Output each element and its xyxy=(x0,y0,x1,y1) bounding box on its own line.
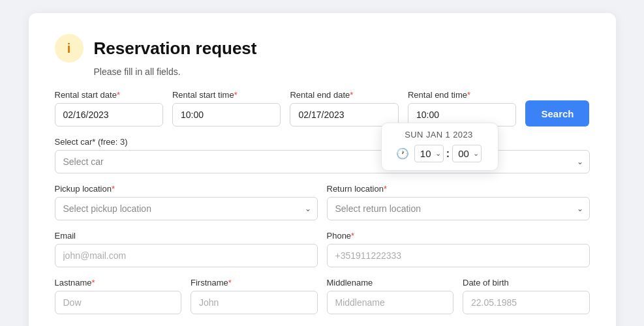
phone-group: Phone* xyxy=(327,231,590,267)
minute-select-wrapper: 00 xyxy=(452,145,482,162)
name-row: Lastname* Firstname* Middlename Date of … xyxy=(55,278,590,314)
minute-select[interactable]: 00 xyxy=(452,145,482,162)
clock-icon: 🕐 xyxy=(396,147,409,160)
select-car-wrapper: Select car ⌄ xyxy=(55,150,590,173)
rental-end-date-label: Rental end date* xyxy=(290,90,398,100)
subtitle: Please fill in all fields. xyxy=(94,67,590,77)
dob-label: Date of birth xyxy=(463,278,590,288)
dates-row: Rental start date* Rental start time* Re… xyxy=(55,90,590,126)
time-picker-popup: SUN JAN 1 2023 🕐 10 : 00 xyxy=(381,123,498,171)
location-row: Pickup location* Select pickup location … xyxy=(55,184,590,220)
time-popup-controls: 🕐 10 : 00 xyxy=(390,145,489,162)
select-car-dropdown[interactable]: Select car xyxy=(55,150,590,173)
middlename-label: Middlename xyxy=(327,278,454,288)
email-label: Email xyxy=(55,231,318,241)
middlename-input[interactable] xyxy=(327,291,454,314)
lastname-label: Lastname* xyxy=(55,278,182,288)
lastname-input[interactable] xyxy=(55,291,182,314)
phone-label: Phone* xyxy=(327,231,590,241)
firstname-group: Firstname* xyxy=(191,278,318,314)
pickup-location-label: Pickup location* xyxy=(55,184,318,194)
firstname-input[interactable] xyxy=(191,291,318,314)
dob-group: Date of birth xyxy=(463,278,590,314)
rental-start-time-label: Rental start time* xyxy=(172,90,281,100)
hour-select-wrapper: 10 xyxy=(414,145,444,162)
dob-input[interactable] xyxy=(463,291,590,314)
time-popup-header: SUN JAN 1 2023 xyxy=(390,130,489,140)
rental-start-date-label: Rental start date* xyxy=(55,90,163,100)
phone-input[interactable] xyxy=(327,244,590,267)
hour-select[interactable]: 10 xyxy=(414,145,444,162)
pickup-location-dropdown[interactable]: Select pickup location xyxy=(55,197,318,220)
rental-start-time-input[interactable] xyxy=(172,103,281,126)
return-location-group: Return location* Select return location … xyxy=(327,184,590,220)
search-button[interactable]: Search xyxy=(525,100,589,126)
email-group: Email xyxy=(55,231,318,267)
rental-start-time-group: Rental start time* xyxy=(172,90,281,126)
rental-end-time-group: Rental end time* xyxy=(408,90,516,126)
rental-start-date-group: Rental start date* xyxy=(55,90,163,126)
card-header: i Reservation request xyxy=(55,34,590,63)
select-car-group: Select car* (free: 3) Select car ⌄ xyxy=(55,137,590,173)
firstname-label: Firstname* xyxy=(191,278,318,288)
pickup-location-group: Pickup location* Select pickup location … xyxy=(55,184,318,220)
reservation-card: i Reservation request Please fill in all… xyxy=(29,13,616,326)
page-title: Reservation request xyxy=(94,38,257,59)
rental-end-date-group: Rental end date* xyxy=(290,90,398,126)
contact-row: Email Phone* xyxy=(55,231,590,267)
rental-end-date-input[interactable] xyxy=(290,103,398,126)
rental-start-date-input[interactable] xyxy=(55,103,163,126)
return-location-dropdown[interactable]: Select return location xyxy=(327,197,590,220)
info-icon: i xyxy=(55,34,84,63)
middlename-group: Middlename xyxy=(327,278,454,314)
time-colon: : xyxy=(445,148,451,160)
pickup-location-wrapper: Select pickup location ⌄ xyxy=(55,197,318,220)
car-row: Select car* (free: 3) Select car ⌄ xyxy=(55,137,590,173)
email-input[interactable] xyxy=(55,244,318,267)
return-location-wrapper: Select return location ⌄ xyxy=(327,197,590,220)
lastname-group: Lastname* xyxy=(55,278,182,314)
select-car-label: Select car* (free: 3) xyxy=(55,137,590,147)
rental-end-time-label: Rental end time* xyxy=(408,90,516,100)
return-location-label: Return location* xyxy=(327,184,590,194)
